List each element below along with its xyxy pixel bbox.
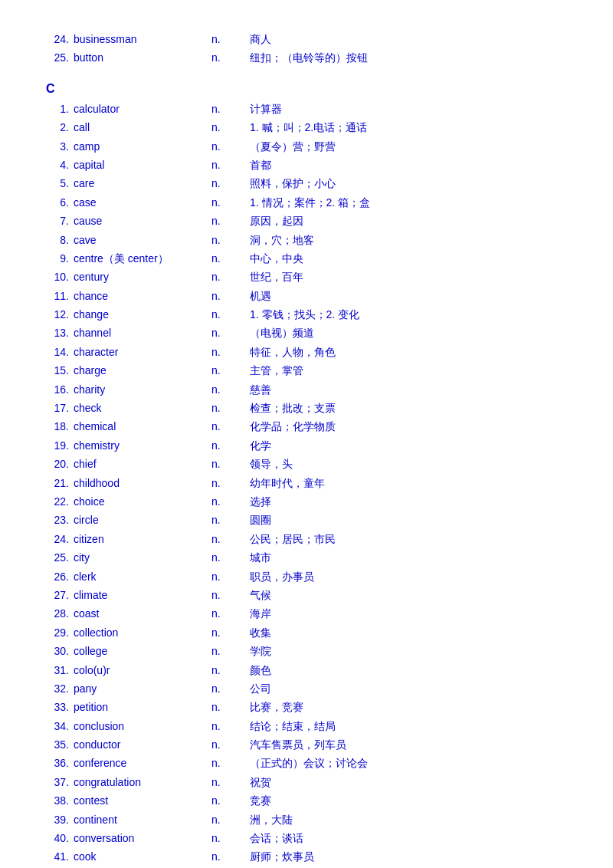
entry-num: 40. xyxy=(46,830,74,847)
entry-num: 18. xyxy=(46,418,74,435)
entry-num: 14. xyxy=(46,344,74,360)
entry-pos: n. xyxy=(211,792,250,809)
entry-meaning: 气候 xyxy=(250,587,567,603)
entry-word: collection xyxy=(74,624,211,641)
entry-pos: n. xyxy=(211,324,250,341)
entry-num: 30. xyxy=(46,643,74,659)
entry-pos: n. xyxy=(211,718,250,735)
entry-meaning: 慈善 xyxy=(250,381,567,398)
list-item: 18. chemical n. 化学品；化学物质 xyxy=(46,418,567,435)
entry-word: circle xyxy=(74,511,211,528)
entry-num: 38. xyxy=(46,792,74,809)
entry-meaning: 化学 xyxy=(250,437,567,454)
list-item: 5. care n. 照料，保护；小心 xyxy=(46,175,567,192)
entry-pos: n. xyxy=(211,418,250,435)
entry-word: college xyxy=(74,643,211,659)
list-item: 40. conversation n. 会话；谈话 xyxy=(46,830,567,847)
entry-num: 5. xyxy=(46,175,74,192)
entry-pos: n. xyxy=(211,531,250,547)
entry-num: 34. xyxy=(46,718,74,735)
entry-pos: n. xyxy=(211,344,250,360)
entry-meaning: 幼年时代，童年 xyxy=(250,475,567,492)
entry-word: businessman xyxy=(74,31,211,48)
list-item: 28. coast n. 海岸 xyxy=(46,605,567,622)
entry-word: charge xyxy=(74,362,211,379)
entry-num: 12. xyxy=(46,306,74,323)
entry-num: 23. xyxy=(46,511,74,528)
list-item: 22. choice n. 选择 xyxy=(46,493,567,510)
entry-word: chance xyxy=(74,288,211,304)
entry-meaning: 公司 xyxy=(250,680,567,697)
entry-pos: n. xyxy=(211,250,250,267)
entry-word: conference xyxy=(74,755,211,771)
entry-meaning: 洲，大陆 xyxy=(250,811,567,828)
list-item: 17. check n. 检查；批改；支票 xyxy=(46,399,567,416)
entry-meaning: 首都 xyxy=(250,156,567,173)
entry-num: 6. xyxy=(46,194,74,211)
entry-pos: n. xyxy=(211,643,250,659)
entry-num: 37. xyxy=(46,774,74,791)
entry-num: 21. xyxy=(46,475,74,492)
entry-word: childhood xyxy=(74,475,211,492)
list-item: 2. call n. 1. 喊；叫；2.电话；通话 xyxy=(46,119,567,136)
entry-pos: n. xyxy=(211,399,250,416)
entry-pos: n. xyxy=(211,138,250,155)
entry-num: 8. xyxy=(46,232,74,248)
list-item: 23. circle n. 圆圈 xyxy=(46,511,567,528)
entry-pos: n. xyxy=(211,362,250,379)
entry-meaning: 领导，头 xyxy=(250,455,567,472)
entry-meaning: 汽车售票员，列车员 xyxy=(250,736,567,753)
entry-pos: n. xyxy=(211,175,250,192)
entry-pos: n. xyxy=(211,119,250,136)
entry-num: 25. xyxy=(46,49,74,66)
entry-pos: n. xyxy=(211,848,250,865)
entry-pos: n. xyxy=(211,288,250,304)
entry-pos: n. xyxy=(211,437,250,454)
entry-word: button xyxy=(74,49,211,66)
entry-meaning: 选择 xyxy=(250,493,567,510)
entry-meaning: 厨师；炊事员 xyxy=(250,848,567,865)
entry-meaning: 会话；谈话 xyxy=(250,830,567,847)
entry-meaning: 化学品；化学物质 xyxy=(250,418,567,435)
entry-num: 28. xyxy=(46,605,74,622)
entry-word: pany xyxy=(74,680,211,697)
list-item: 11. chance n. 机遇 xyxy=(46,288,567,304)
entry-word: petition xyxy=(74,699,211,715)
entry-pos: n. xyxy=(211,493,250,510)
entry-pos: n. xyxy=(211,680,250,697)
list-item: 7. cause n. 原因，起因 xyxy=(46,212,567,229)
entry-pos: n. xyxy=(211,194,250,211)
list-item: 15. charge n. 主管，掌管 xyxy=(46,362,567,379)
entry-word: channel xyxy=(74,324,211,341)
entry-meaning: （夏令）营；野营 xyxy=(250,138,567,155)
entry-word: chief xyxy=(74,455,211,472)
entry-meaning: 机遇 xyxy=(250,288,567,304)
list-item: 29. collection n. 收集 xyxy=(46,624,567,641)
list-item: 36. conference n. （正式的）会议；讨论会 xyxy=(46,755,567,771)
entry-meaning: 竞赛 xyxy=(250,792,567,809)
entry-word: conductor xyxy=(74,736,211,753)
entry-pos: n. xyxy=(211,736,250,753)
entry-pos: n. xyxy=(211,31,250,48)
entry-num: 25. xyxy=(46,549,74,566)
entry-num: 4. xyxy=(46,156,74,173)
entry-meaning: 收集 xyxy=(250,624,567,641)
entry-pos: n. xyxy=(211,232,250,248)
entry-word: city xyxy=(74,549,211,566)
entry-num: 7. xyxy=(46,212,74,229)
entry-meaning: 1. 喊；叫；2.电话；通话 xyxy=(250,119,567,136)
entry-meaning: 1. 零钱；找头；2. 变化 xyxy=(250,306,567,323)
section-header-c: C xyxy=(46,82,567,96)
entry-word: colo(u)r xyxy=(74,662,211,679)
entry-num: 33. xyxy=(46,699,74,715)
list-item: 20. chief n. 领导，头 xyxy=(46,455,567,472)
entry-word: continent xyxy=(74,811,211,828)
list-item: 27. climate n. 气候 xyxy=(46,587,567,603)
entry-meaning: 颜色 xyxy=(250,662,567,679)
entry-pos: n. xyxy=(211,830,250,847)
entry-num: 26. xyxy=(46,568,74,585)
entry-num: 35. xyxy=(46,736,74,753)
entry-word: chemistry xyxy=(74,437,211,454)
entry-pos: n. xyxy=(211,475,250,492)
list-item: 24. citizen n. 公民；居民；市民 xyxy=(46,531,567,547)
